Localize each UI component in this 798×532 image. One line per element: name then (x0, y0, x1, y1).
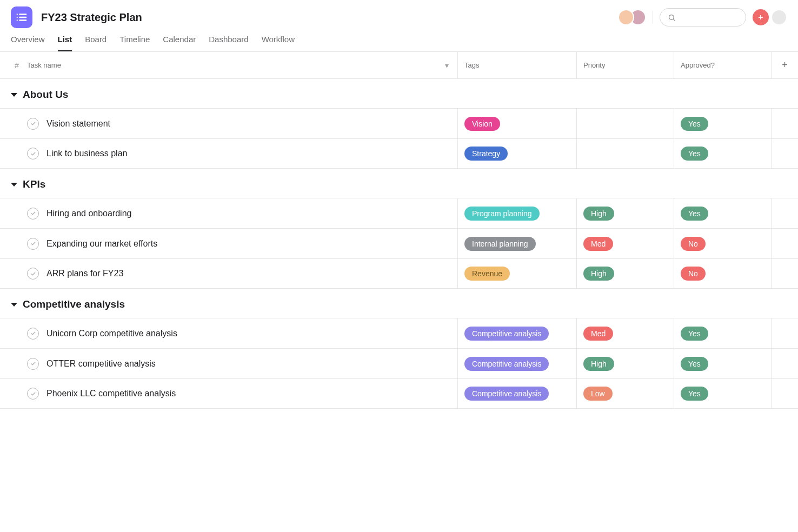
project-icon[interactable] (11, 6, 32, 28)
col-approved[interactable]: Approved? (681, 61, 715, 69)
tag-pill[interactable]: Revenue (464, 267, 510, 281)
task-name[interactable]: Hiring and onboarding (46, 209, 131, 218)
table-row[interactable]: Hiring and onboardingProgram planningHig… (0, 198, 798, 228)
section-header[interactable]: KPIs (0, 169, 798, 198)
complete-checkbox[interactable] (27, 118, 39, 130)
approved-pill[interactable]: No (681, 267, 706, 281)
task-cell[interactable]: Hiring and onboarding (23, 208, 457, 220)
tag-pill[interactable]: Competitive analysis (464, 357, 549, 371)
priority-pill[interactable]: High (583, 267, 614, 281)
task-cell[interactable]: OTTER competitive analysis (23, 358, 457, 370)
caret-down-icon[interactable] (11, 93, 17, 97)
caret-down-icon[interactable] (11, 303, 17, 307)
priority-cell[interactable]: Med (576, 229, 674, 258)
approved-cell[interactable]: Yes (674, 198, 771, 228)
complete-checkbox[interactable] (27, 148, 39, 159)
col-priority[interactable]: Priority (583, 61, 605, 69)
add-button[interactable] (753, 9, 769, 25)
approved-pill[interactable]: Yes (681, 207, 708, 221)
approved-cell[interactable]: Yes (674, 109, 771, 138)
complete-checkbox[interactable] (27, 208, 39, 220)
task-cell[interactable]: Phoenix LLC competitive analysis (23, 388, 457, 400)
tag-cell[interactable]: Competitive analysis (457, 379, 576, 408)
priority-cell[interactable]: High (576, 349, 674, 378)
tab-dashboard[interactable]: Dashboard (209, 35, 248, 51)
tab-workflow[interactable]: Workflow (262, 35, 295, 51)
task-name[interactable]: Link to business plan (46, 149, 127, 158)
approved-cell[interactable]: Yes (674, 139, 771, 168)
chevron-down-icon[interactable] (445, 61, 449, 70)
priority-pill[interactable]: Med (583, 327, 613, 341)
task-cell[interactable]: Expanding our market efforts (23, 238, 457, 250)
complete-checkbox[interactable] (27, 238, 39, 250)
task-name[interactable]: Vision statement (46, 119, 110, 129)
tag-cell[interactable]: Vision (457, 109, 576, 138)
task-name[interactable]: Expanding our market efforts (46, 239, 157, 249)
priority-cell[interactable]: Med (576, 318, 674, 348)
tag-cell[interactable]: Strategy (457, 139, 576, 168)
approved-pill[interactable]: Yes (681, 387, 708, 401)
complete-checkbox[interactable] (27, 358, 39, 370)
approved-cell[interactable]: No (674, 229, 771, 258)
task-name[interactable]: Unicorn Corp competitive analysis (46, 329, 177, 338)
tab-calendar[interactable]: Calendar (163, 35, 196, 51)
tag-pill[interactable]: Program planning (464, 207, 540, 221)
approved-pill[interactable]: Yes (681, 327, 708, 341)
priority-pill[interactable]: Low (583, 387, 613, 401)
table-row[interactable]: Link to business planStrategyYes (0, 138, 798, 169)
priority-pill[interactable]: High (583, 207, 614, 221)
tag-pill[interactable]: Vision (464, 117, 500, 131)
tag-pill[interactable]: Competitive analysis (464, 327, 549, 341)
approved-pill[interactable]: Yes (681, 357, 708, 371)
add-column-button[interactable]: + (771, 52, 798, 78)
approved-cell[interactable]: Yes (674, 379, 771, 408)
task-cell[interactable]: Vision statement (23, 118, 457, 130)
priority-cell[interactable] (576, 139, 674, 168)
tab-overview[interactable]: Overview (11, 35, 45, 51)
table-row[interactable]: Phoenix LLC competitive analysisCompetit… (0, 378, 798, 409)
tag-cell[interactable]: Competitive analysis (457, 349, 576, 378)
section-header[interactable]: Competitive analysis (0, 289, 798, 318)
priority-cell[interactable]: Low (576, 379, 674, 408)
caret-down-icon[interactable] (11, 183, 17, 187)
task-cell[interactable]: Unicorn Corp competitive analysis (23, 328, 457, 340)
tag-pill[interactable]: Internal planning (464, 237, 536, 251)
user-avatar[interactable] (771, 9, 787, 25)
task-name[interactable]: Phoenix LLC competitive analysis (46, 389, 176, 398)
approved-cell[interactable]: No (674, 259, 771, 288)
approved-cell[interactable]: Yes (674, 318, 771, 348)
project-title[interactable]: FY23 Strategic Plan (41, 11, 142, 24)
tab-list[interactable]: List (58, 35, 72, 51)
approved-pill[interactable]: Yes (681, 147, 708, 161)
approved-cell[interactable]: Yes (674, 349, 771, 378)
tag-cell[interactable]: Revenue (457, 259, 576, 288)
table-row[interactable]: Expanding our market effortsInternal pla… (0, 228, 798, 258)
member-avatars[interactable] (618, 9, 646, 25)
col-tags[interactable]: Tags (464, 61, 479, 69)
col-task-name[interactable]: Task name (27, 61, 61, 69)
tag-cell[interactable]: Program planning (457, 198, 576, 228)
avatar-member-1[interactable] (618, 9, 634, 25)
search-box[interactable] (660, 8, 746, 26)
approved-pill[interactable]: Yes (681, 117, 708, 131)
table-row[interactable]: ARR plans for FY23RevenueHighNo (0, 258, 798, 289)
tag-cell[interactable]: Competitive analysis (457, 318, 576, 348)
task-name[interactable]: ARR plans for FY23 (46, 269, 123, 278)
tag-cell[interactable]: Internal planning (457, 229, 576, 258)
approved-pill[interactable]: No (681, 237, 706, 251)
table-row[interactable]: Unicorn Corp competitive analysisCompeti… (0, 318, 798, 348)
complete-checkbox[interactable] (27, 328, 39, 340)
task-name[interactable]: OTTER competitive analysis (46, 359, 156, 369)
priority-pill[interactable]: Med (583, 237, 613, 251)
priority-cell[interactable] (576, 109, 674, 138)
priority-cell[interactable]: High (576, 259, 674, 288)
table-row[interactable]: OTTER competitive analysisCompetitive an… (0, 348, 798, 378)
tag-pill[interactable]: Strategy (464, 147, 508, 161)
priority-pill[interactable]: High (583, 357, 614, 371)
complete-checkbox[interactable] (27, 268, 39, 280)
task-cell[interactable]: Link to business plan (23, 148, 457, 159)
task-cell[interactable]: ARR plans for FY23 (23, 268, 457, 280)
tab-board[interactable]: Board (85, 35, 107, 51)
tag-pill[interactable]: Competitive analysis (464, 387, 549, 401)
table-row[interactable]: Vision statementVisionYes (0, 108, 798, 138)
